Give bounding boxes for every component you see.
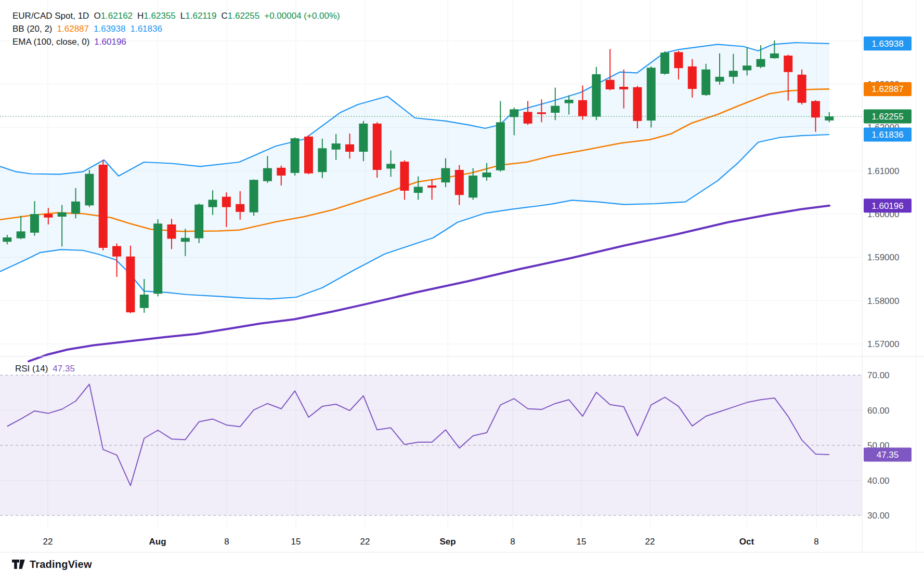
time-axis-label[interactable]: 8	[224, 537, 229, 547]
candle-up[interactable]	[592, 74, 601, 117]
candle-up[interactable]	[496, 122, 505, 170]
candle-up[interactable]	[332, 143, 341, 150]
bb-basis-value: 1.62887	[57, 24, 89, 34]
candle-down[interactable]	[99, 165, 108, 248]
candle-down[interactable]	[304, 137, 313, 174]
ohlc-open-value: 1.62162	[101, 11, 133, 21]
candle-up[interactable]	[743, 65, 751, 70]
rsi-axis-label[interactable]: 60.00	[867, 406, 890, 416]
candle-down[interactable]	[126, 257, 135, 312]
rsi-indicator-label[interactable]: RSI (14)	[15, 364, 48, 374]
candle-down[interactable]	[537, 112, 546, 114]
candle-up[interactable]	[825, 116, 834, 121]
ema-value: 1.60196	[94, 37, 126, 47]
candle-up[interactable]	[140, 295, 149, 308]
candle-up[interactable]	[414, 187, 423, 193]
candle-down[interactable]	[112, 246, 121, 257]
candle-up[interactable]	[565, 100, 574, 103]
tradingview-logo-icon	[11, 558, 25, 570]
candle-down[interactable]	[633, 87, 642, 121]
candle-down[interactable]	[524, 112, 532, 123]
candle-up[interactable]	[483, 172, 491, 177]
tradingview-branding[interactable]: TradingView	[11, 558, 92, 570]
candle-up[interactable]	[757, 59, 765, 67]
candle-down[interactable]	[236, 204, 244, 212]
time-axis-label[interactable]: Sep	[439, 537, 456, 547]
candle-down[interactable]	[400, 162, 409, 191]
candle-up[interactable]	[318, 148, 327, 172]
price-axis-label[interactable]: 1.58000	[867, 296, 899, 306]
candle-up[interactable]	[153, 223, 162, 294]
time-axis-label[interactable]: 15	[291, 537, 301, 547]
time-axis-label[interactable]: Oct	[739, 537, 754, 547]
ohlc-open-label: O	[94, 11, 100, 21]
candle-down[interactable]	[619, 87, 628, 89]
candle-up[interactable]	[386, 164, 395, 168]
candle-up[interactable]	[715, 77, 724, 82]
time-axis-label[interactable]: 8	[814, 537, 818, 547]
axis-price-badge-label: 1.61836	[871, 130, 903, 140]
candle-up[interactable]	[660, 52, 669, 74]
candle-up[interactable]	[194, 205, 203, 238]
candle-up[interactable]	[17, 231, 25, 238]
candle-up[interactable]	[250, 180, 258, 212]
candle-down[interactable]	[345, 144, 354, 152]
candle-up[interactable]	[647, 68, 656, 121]
chart-legend[interactable]: EUR/CAD Spot, 1DO1.62162H1.62355L1.62119…	[12, 9, 340, 48]
candle-down[interactable]	[373, 124, 382, 170]
axis-price-badge-label: 1.60196	[871, 201, 903, 211]
candle-down[interactable]	[674, 52, 683, 68]
price-axis-label[interactable]: 1.57000	[867, 339, 899, 349]
candle-down[interactable]	[427, 185, 436, 188]
candle-down[interactable]	[811, 101, 820, 117]
candle-down[interactable]	[277, 168, 285, 176]
tradingview-chart-window: 1.630001.620001.610001.600001.590001.580…	[0, 0, 924, 584]
time-axis-label[interactable]: 22	[645, 537, 655, 547]
price-axis-label[interactable]: 1.59000	[867, 253, 899, 262]
candle-down[interactable]	[606, 80, 615, 89]
candle-up[interactable]	[209, 200, 217, 207]
symbol-title[interactable]: EUR/CAD Spot, 1D	[12, 11, 89, 21]
candle-down[interactable]	[688, 67, 697, 89]
candle-up[interactable]	[58, 213, 67, 217]
bb-indicator-label[interactable]: BB (20, 2)	[12, 24, 53, 34]
candle-down[interactable]	[455, 170, 464, 195]
candle-up[interactable]	[359, 124, 368, 152]
axis-price-badge-label: 1.63938	[871, 39, 903, 49]
candle-up[interactable]	[510, 109, 518, 117]
candle-down[interactable]	[798, 75, 806, 103]
rsi-legend[interactable]: RSI (14)47.35	[15, 364, 75, 374]
candle-up[interactable]	[3, 237, 11, 242]
time-axis-label[interactable]: 15	[577, 537, 587, 547]
candle-up[interactable]	[729, 71, 738, 77]
candle-up[interactable]	[30, 214, 39, 233]
candle-down[interactable]	[44, 214, 53, 218]
time-axis-label[interactable]: Aug	[149, 537, 166, 547]
candle-down[interactable]	[167, 224, 176, 238]
rsi-axis-label[interactable]: 40.00	[867, 476, 890, 486]
candle-up[interactable]	[71, 202, 80, 214]
candle-down[interactable]	[222, 197, 231, 207]
candle-up[interactable]	[263, 168, 272, 181]
candle-up[interactable]	[85, 174, 94, 205]
time-axis-label[interactable]: 22	[43, 537, 53, 547]
price-axis-label[interactable]: 1.61000	[867, 166, 899, 176]
rsi-axis-label[interactable]: 70.00	[867, 370, 890, 380]
rsi-axis-label[interactable]: 30.00	[867, 511, 890, 521]
candle-up[interactable]	[441, 168, 450, 182]
candle-down[interactable]	[784, 56, 792, 72]
candle-down[interactable]	[578, 100, 587, 116]
time-axis-label[interactable]: 22	[360, 537, 370, 547]
candle-up[interactable]	[468, 176, 477, 197]
change-value: +0.00004 (+0.00%)	[264, 11, 340, 21]
candle-up[interactable]	[291, 138, 300, 173]
candle-up[interactable]	[701, 70, 710, 95]
candle-up[interactable]	[181, 238, 190, 242]
time-axis-label[interactable]: 8	[510, 537, 515, 547]
legend-row-symbol: EUR/CAD Spot, 1DO1.62162H1.62355L1.62119…	[12, 9, 340, 22]
ema-indicator-label[interactable]: EMA (100, close, 0)	[12, 37, 89, 47]
chart-canvas[interactable]: 1.630001.620001.610001.600001.590001.580…	[0, 0, 924, 584]
candle-up[interactable]	[770, 54, 779, 58]
candle-up[interactable]	[551, 106, 559, 113]
axis-price-badge-label: 47.35	[877, 450, 899, 460]
